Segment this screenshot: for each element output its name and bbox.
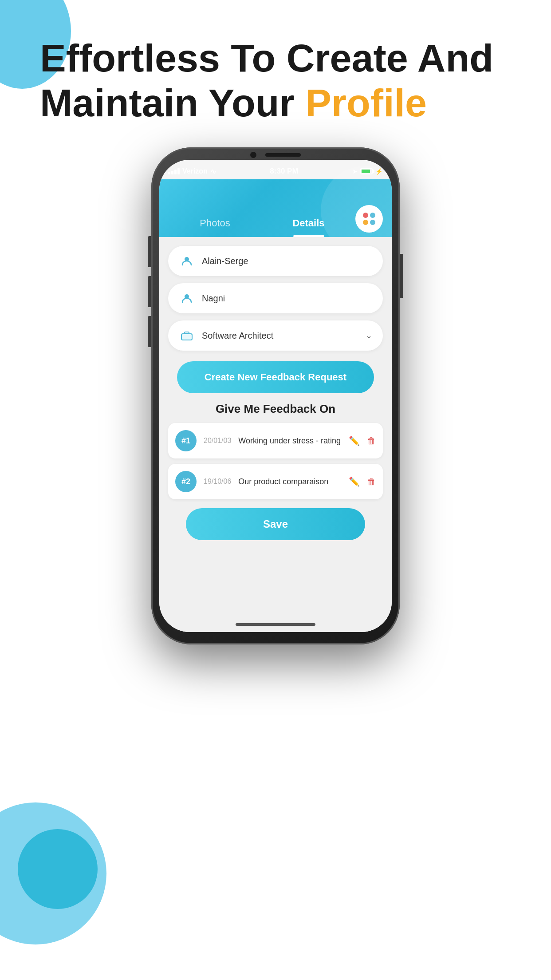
feedback-desc-1: Working under stress - rating — [238, 436, 349, 446]
form-area: Alain-Serge Nagni — [159, 237, 392, 632]
home-indicator — [236, 623, 315, 626]
signal-bars — [168, 168, 180, 174]
page-content: Effortless To Create And Maintain Your P… — [0, 0, 551, 644]
save-button[interactable]: Save — [186, 508, 365, 540]
feedback-item-1: #1 20/01/03 Working under stress - ratin… — [168, 423, 383, 458]
job-title-value: Software Architect — [202, 331, 366, 341]
lightning-icon: ⚡ — [375, 168, 383, 175]
headline-line2: Maintain Your Profile — [40, 81, 427, 125]
battery-icon — [360, 168, 373, 174]
headline-section: Effortless To Create And Maintain Your P… — [0, 0, 551, 147]
headline-highlight: Profile — [305, 81, 427, 125]
feedback-item-2: #2 19/10/06 Our product comparaison ✏️ 🗑 — [168, 464, 383, 499]
chevron-down-icon: ⌄ — [366, 331, 372, 340]
battery-fill — [362, 170, 370, 173]
camera-notch — [250, 152, 301, 158]
first-name-value: Alain-Serge — [202, 256, 372, 266]
job-title-field[interactable]: Software Architect ⌄ — [168, 320, 383, 351]
briefcase-icon — [179, 328, 195, 344]
headline-line1: Effortless To Create And — [40, 36, 493, 80]
status-bar: Verizon ∿ 8:30 PM ➤ ⚡ — [159, 160, 392, 179]
delete-icon-2[interactable]: 🗑 — [367, 477, 376, 487]
person-icon-2 — [179, 290, 195, 306]
feedback-badge-2: #2 — [175, 471, 197, 492]
feedback-actions-2: ✏️ 🗑 — [349, 476, 376, 487]
feedback-desc-2: Our product comparaison — [238, 477, 349, 487]
svg-rect-3 — [181, 334, 192, 340]
feedback-date-1: 20/01/03 — [204, 437, 231, 445]
signal-bar-1 — [168, 172, 170, 174]
first-name-field[interactable]: Alain-Serge — [168, 246, 383, 276]
blob-bottom-left-inner — [18, 829, 98, 909]
tab-details[interactable]: Details — [262, 217, 355, 237]
signal-bar-2 — [171, 171, 173, 174]
feedback-date-2: 19/10/06 — [204, 478, 231, 486]
wifi-icon: ∿ — [210, 167, 216, 176]
save-button-label: Save — [263, 518, 288, 530]
edit-icon-2[interactable]: ✏️ — [349, 476, 360, 487]
feedback-section-title: Give Me Feedback On — [168, 402, 383, 416]
tab-bar: Photos Details — [159, 179, 392, 237]
last-name-value: Nagni — [202, 293, 372, 304]
location-icon: ➤ — [352, 168, 358, 175]
tabs: Photos Details — [168, 217, 355, 237]
status-time: 8:30 PM — [270, 167, 298, 176]
create-feedback-button[interactable]: Create New Feedback Request — [177, 361, 374, 393]
person-icon — [179, 253, 195, 269]
status-left: Verizon ∿ — [168, 167, 216, 176]
last-name-field[interactable]: Nagni — [168, 283, 383, 313]
delete-icon-1[interactable]: 🗑 — [367, 436, 376, 446]
signal-bar-3 — [174, 170, 177, 174]
phone-mockup: Verizon ∿ 8:30 PM ➤ ⚡ — [151, 147, 400, 644]
phone-screen: Verizon ∿ 8:30 PM ➤ ⚡ — [159, 160, 392, 632]
phone-outer: Verizon ∿ 8:30 PM ➤ ⚡ — [151, 147, 400, 644]
feedback-actions-1: ✏️ 🗑 — [349, 435, 376, 446]
speaker-bar — [265, 153, 301, 157]
svg-rect-4 — [185, 333, 189, 334]
carrier-label: Verizon — [182, 167, 208, 175]
camera-dot — [250, 152, 256, 158]
signal-bar-4 — [177, 168, 180, 174]
feedback-badge-1: #1 — [175, 430, 197, 451]
edit-icon-1[interactable]: ✏️ — [349, 435, 360, 446]
tab-photos[interactable]: Photos — [168, 217, 262, 237]
cta-button-label: Create New Feedback Request — [205, 371, 346, 383]
status-right: ➤ ⚡ — [352, 168, 383, 175]
